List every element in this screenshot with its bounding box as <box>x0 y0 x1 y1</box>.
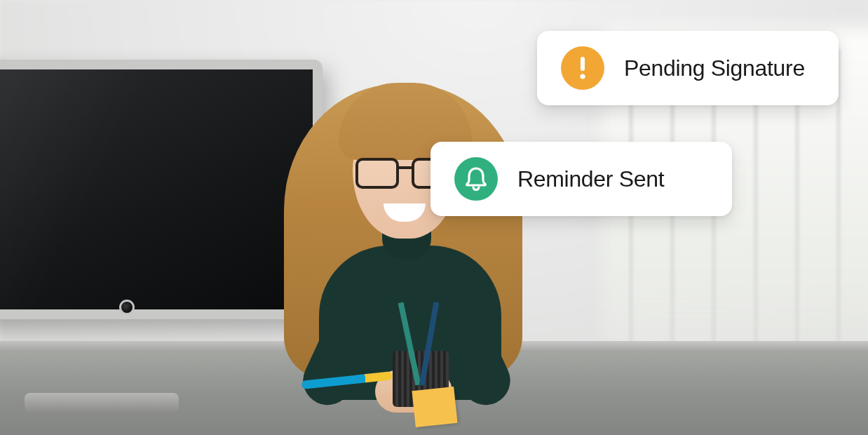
monitor-stand <box>53 309 151 414</box>
status-label: Reminder Sent <box>517 166 664 192</box>
svg-rect-0 <box>581 57 585 71</box>
status-card-reminder: Reminder Sent <box>430 142 732 216</box>
sticky-note <box>412 387 457 427</box>
svg-point-1 <box>580 74 585 79</box>
alert-icon <box>561 46 604 90</box>
status-card-pending: Pending Signature <box>537 31 839 105</box>
status-label: Pending Signature <box>624 55 805 81</box>
bell-icon <box>454 157 498 201</box>
